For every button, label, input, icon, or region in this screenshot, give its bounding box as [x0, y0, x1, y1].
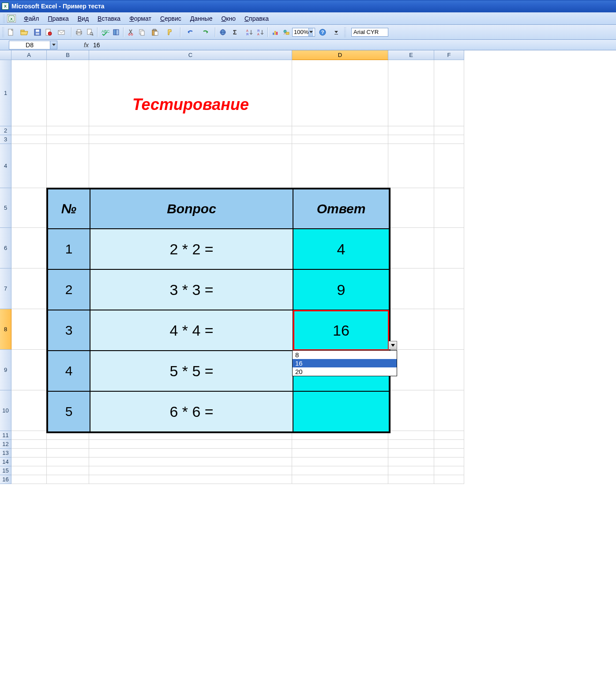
copy-button[interactable]	[137, 27, 147, 38]
column-header-B[interactable]: B	[47, 50, 89, 60]
quiz-num-3[interactable]: 3	[48, 310, 90, 351]
svg-text:X: X	[10, 16, 13, 21]
quiz-answer-2[interactable]: 9	[293, 269, 389, 310]
save-button[interactable]	[32, 27, 43, 38]
row-header-14[interactable]: 14	[0, 457, 11, 466]
redo-button[interactable]	[198, 27, 213, 38]
fx-label[interactable]: fx	[84, 42, 89, 49]
sort-asc-button[interactable]: АЯ	[244, 27, 255, 38]
new-button[interactable]	[6, 27, 16, 38]
chevron-down-icon[interactable]	[50, 41, 57, 49]
dropdown-list[interactable]: 81620	[292, 350, 397, 376]
column-header-A[interactable]: A	[11, 50, 47, 60]
column-header-C[interactable]: C	[89, 50, 292, 60]
menu-сервис[interactable]: Сервис	[156, 14, 186, 23]
formula-bar: D8 fx 16	[0, 40, 616, 50]
font-combo[interactable]: Arial CYR	[351, 28, 388, 37]
select-all-corner[interactable]	[0, 50, 11, 60]
print-button[interactable]	[74, 27, 84, 38]
print-preview-button[interactable]	[85, 27, 95, 38]
grip-icon	[344, 27, 346, 38]
chevron-down-icon[interactable]	[308, 28, 313, 36]
dropdown-button[interactable]	[388, 341, 397, 350]
mail-button[interactable]	[54, 27, 69, 38]
research-button[interactable]	[111, 27, 121, 38]
chart-button[interactable]	[270, 27, 281, 38]
row-header-13[interactable]: 13	[0, 449, 11, 457]
column-header-D[interactable]: D	[292, 50, 388, 60]
menu-данные[interactable]: Данные	[186, 14, 217, 23]
quiz-answer-3[interactable]: 16	[293, 310, 389, 351]
workbook-icon[interactable]: X	[7, 15, 16, 23]
quiz-question-4[interactable]: 5 * 5 =	[90, 351, 293, 391]
help-button[interactable]: ?	[316, 27, 331, 38]
row-header-16[interactable]: 16	[0, 475, 11, 484]
dropdown-option[interactable]: 8	[293, 351, 397, 359]
row-header-10[interactable]: 10	[0, 390, 11, 431]
svg-rect-25	[154, 31, 158, 35]
menu-окно[interactable]: Окно	[217, 14, 240, 23]
undo-button[interactable]	[183, 27, 198, 38]
dropdown-option[interactable]: 20	[293, 367, 397, 376]
format-painter-button[interactable]	[163, 27, 178, 38]
menu-вставка[interactable]: Вставка	[93, 14, 125, 23]
quiz-num-5[interactable]: 5	[48, 391, 90, 432]
row-header-4[interactable]: 4	[0, 144, 11, 188]
name-box[interactable]: D8	[9, 41, 57, 49]
quiz-question-3[interactable]: 4 * 4 =	[90, 310, 293, 351]
quiz-num-1[interactable]: 1	[48, 229, 90, 269]
row-header-2[interactable]: 2	[0, 126, 11, 135]
svg-text:?: ?	[321, 30, 324, 35]
menu-справка[interactable]: Справка	[240, 14, 273, 23]
svg-rect-5	[36, 30, 39, 32]
row-header-7[interactable]: 7	[0, 268, 11, 309]
separator	[71, 27, 72, 37]
svg-text:Σ: Σ	[233, 29, 237, 36]
row-header-3[interactable]: 3	[0, 135, 11, 144]
formula-value[interactable]: 16	[93, 42, 100, 49]
paste-button[interactable]	[148, 27, 163, 38]
hyperlink-button[interactable]	[218, 27, 228, 38]
quiz-question-1[interactable]: 2 * 2 =	[90, 229, 293, 269]
zoom-combo[interactable]: 100%	[292, 28, 315, 37]
spelling-button[interactable]: ABC	[100, 27, 110, 38]
quiz-question-5[interactable]: 6 * 6 =	[90, 391, 293, 432]
page-title: Тестирование	[89, 95, 292, 114]
menu-правка[interactable]: Правка	[43, 14, 73, 23]
autosum-button[interactable]: Σ	[229, 27, 244, 38]
row-header-12[interactable]: 12	[0, 440, 11, 449]
row-header-6[interactable]: 6	[0, 228, 11, 268]
menu-файл[interactable]: Файл	[19, 14, 43, 23]
quiz-answer-5[interactable]	[293, 391, 389, 432]
sort-desc-button[interactable]: ЯА	[255, 27, 266, 38]
open-button[interactable]	[17, 27, 32, 38]
permissions-button[interactable]	[43, 27, 54, 38]
menu-формат[interactable]: Формат	[125, 14, 156, 23]
row-header-11[interactable]: 11	[0, 431, 11, 440]
menu-вид[interactable]: Вид	[73, 14, 93, 23]
svg-text:ABC: ABC	[101, 29, 109, 34]
cut-button[interactable]	[126, 27, 136, 38]
column-header-E[interactable]: E	[388, 50, 434, 60]
quiz-num-4[interactable]: 4	[48, 351, 90, 391]
worksheet-grid[interactable]: Тестирование№ВопросОтвет12 * 2 =423 * 3 …	[11, 60, 616, 484]
row-header-9[interactable]: 9	[0, 350, 11, 390]
row-header-1[interactable]: 1	[0, 60, 11, 126]
quiz-question-2[interactable]: 3 * 3 =	[90, 269, 293, 310]
quiz-num-2[interactable]: 2	[48, 269, 90, 310]
quiz-header-answer: Ответ	[293, 189, 389, 229]
row-header-15[interactable]: 15	[0, 466, 11, 475]
excel-app-icon: X	[2, 3, 9, 10]
row-header-8[interactable]: 8	[0, 309, 11, 350]
toolbar-options-button[interactable]	[331, 27, 342, 38]
row-header-5[interactable]: 5	[0, 188, 11, 228]
svg-rect-6	[36, 33, 39, 35]
dropdown-option[interactable]: 16	[293, 359, 397, 367]
column-header-F[interactable]: F	[434, 50, 464, 60]
grip-icon	[2, 27, 4, 38]
standard-toolbar: ABC Σ АЯ ЯА 100% ? Arial CYR	[0, 25, 616, 40]
svg-text:А: А	[246, 29, 248, 32]
separator	[215, 27, 216, 37]
drawing-button[interactable]	[281, 27, 292, 38]
quiz-answer-1[interactable]: 4	[293, 229, 389, 269]
